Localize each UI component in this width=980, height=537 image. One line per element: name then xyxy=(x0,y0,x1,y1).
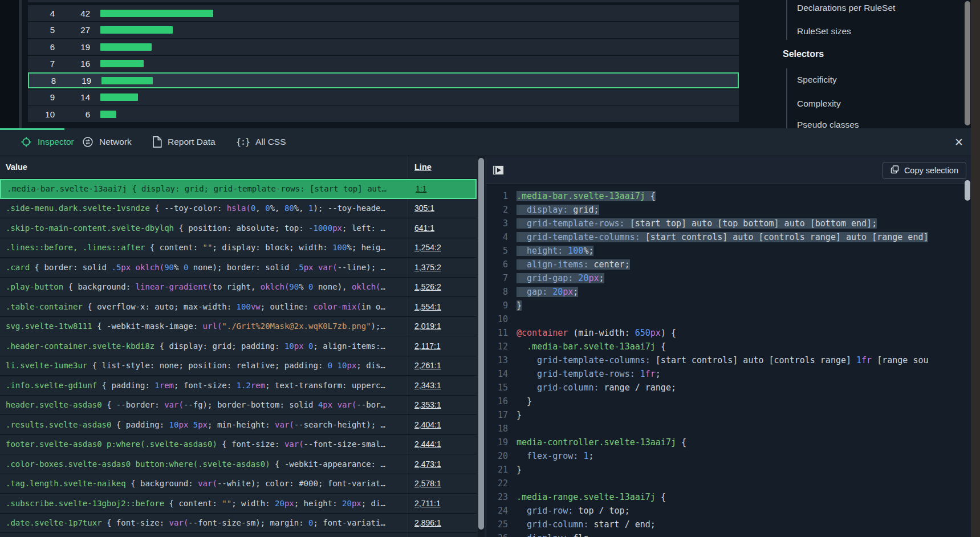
tab-report-data[interactable]: Report Data xyxy=(152,128,215,156)
line-number: 20 xyxy=(486,449,508,463)
line-link[interactable]: 2,353:1 xyxy=(414,400,441,409)
chart-row[interactable]: 7 16 xyxy=(28,56,739,72)
table-scrollbar-thumb[interactable] xyxy=(478,158,484,530)
table-cell-value: .media-bar.svelte-13aai7j { display: gri… xyxy=(7,180,406,198)
table-row[interactable]: footer.svelte-asdas0 p:where(.svelte-asd… xyxy=(0,435,477,455)
table-row[interactable]: .header-container.svelte-kbdi8z { displa… xyxy=(0,336,477,356)
table-row[interactable]: .side-menu.dark.svelte-1vsndze { --toy-c… xyxy=(0,199,477,219)
line-link[interactable]: 1,254:2 xyxy=(414,243,441,252)
line-number: 6 xyxy=(486,258,508,271)
tab-all-css[interactable]: {:} All CSS xyxy=(236,128,286,156)
chart-row[interactable]: 10 6 xyxy=(28,106,739,122)
table-cell-line: 2,261:1 xyxy=(414,356,441,376)
line-link[interactable]: 2,473:1 xyxy=(414,459,441,469)
table-row[interactable]: .card { border: solid .5px oklch(90% 0 n… xyxy=(0,258,477,278)
table-cell-line: 1,554:1 xyxy=(414,297,441,316)
table-cell-value: .tag.length.svelte-naikeq { background: … xyxy=(6,474,405,494)
code-text: } xyxy=(517,408,522,422)
table-row[interactable]: svg.svelte-1tw8111 { -webkit-mask-image:… xyxy=(0,317,477,337)
line-link[interactable]: 1,554:1 xyxy=(414,302,441,311)
tab-network[interactable]: Network xyxy=(82,128,132,156)
table-row[interactable]: .skip-to-main-content.svelte-dbylqh { po… xyxy=(0,218,477,238)
chart-row-count: 19 xyxy=(55,42,90,52)
table-row[interactable]: .media-bar.svelte-13aai7j { display: gri… xyxy=(0,179,477,199)
code-text: media-controller.svelte-13aai7j { xyxy=(517,436,686,449)
table-scrollbar[interactable] xyxy=(478,156,485,537)
chart-scrollbar-thumb[interactable] xyxy=(19,0,22,128)
line-link[interactable]: 2,404:1 xyxy=(414,420,441,429)
code-line: 20 flex-grow: 1; xyxy=(486,449,971,463)
code-text: align-items: center; xyxy=(517,258,630,271)
chart-row[interactable]: 4 42 xyxy=(28,5,739,21)
line-number: 15 xyxy=(486,381,508,394)
table-row[interactable]: .play-button { background: linear-gradie… xyxy=(0,278,477,298)
code-line: 7 grid-gap: 20px; xyxy=(486,271,971,285)
table-row[interactable]: .play-button.svelte-1tw8111 { background… xyxy=(0,533,477,537)
code-text: grid-row: top / top; xyxy=(517,504,630,518)
panel-toggle-icon[interactable] xyxy=(493,165,504,177)
app-window: 4 42 5 27 6 19 7 16 8 19 9 14 10 6 Selec… xyxy=(0,0,980,537)
table-row[interactable]: .table-container { overflow-x: auto; max… xyxy=(0,297,477,317)
chart-bar xyxy=(100,60,144,67)
table-cell-line: 2,578:1 xyxy=(414,474,441,494)
line-link[interactable]: 2,711:1 xyxy=(414,499,441,508)
table-row[interactable]: .results.svelte-asdas0 { padding: 10px 5… xyxy=(0,415,477,435)
code-line: 8 gap: 20px; xyxy=(486,285,971,299)
chart-row[interactable]: 5 27 xyxy=(28,22,739,38)
code-line: 2 display: grid; xyxy=(486,203,971,217)
table-row[interactable]: .subscribe.svelte-13gboj2::before { cont… xyxy=(0,494,477,514)
sidebar-item-complexity[interactable]: Complexity xyxy=(797,99,841,109)
table-row[interactable]: .lines::before, .lines::after { content:… xyxy=(0,238,477,258)
table-cell-line: 2,473:1 xyxy=(414,454,441,474)
sidebar-item-pseudo-classes[interactable]: Pseudo classes xyxy=(797,120,859,128)
code-header: Copy selection xyxy=(486,156,971,184)
line-link[interactable]: 1:1 xyxy=(416,184,426,193)
rules-table: Value Line .media-bar.svelte-13aai7j { d… xyxy=(0,156,477,537)
chart-row[interactable]: 9 14 xyxy=(28,90,739,105)
line-column-header[interactable]: Line xyxy=(414,162,432,172)
transfer-icon xyxy=(82,136,93,148)
sidebar-item-ruleset-sizes[interactable]: RuleSet sizes xyxy=(797,26,851,36)
table-row[interactable]: .color-boxes.svelte-asdas0 button:where(… xyxy=(0,454,477,474)
chart-row[interactable]: 8 19 xyxy=(28,72,739,88)
line-link[interactable]: 2,896:1 xyxy=(414,518,441,527)
table-cell-line: 2,711:1 xyxy=(414,494,441,513)
line-link[interactable]: 2,117:1 xyxy=(414,341,441,351)
sidebar-item-specificity[interactable]: Specificity xyxy=(797,75,837,85)
table-row[interactable]: .info.svelte-gd1unf { padding: 1rem; fon… xyxy=(0,376,477,396)
line-link[interactable]: 2,343:1 xyxy=(414,381,441,390)
chart-bar xyxy=(100,43,152,51)
copy-selection-button[interactable]: Copy selection xyxy=(883,162,966,179)
code-line: 16 } xyxy=(486,394,971,408)
code-text: } xyxy=(517,299,522,312)
code-text: .media-bar.svelte-13aai7j { xyxy=(517,340,666,353)
table-row[interactable]: .tag.length.svelte-naikeq { background: … xyxy=(0,474,477,494)
tab-inspector[interactable]: Inspector xyxy=(21,128,74,156)
line-link[interactable]: 2,261:1 xyxy=(414,361,441,370)
chart-row[interactable]: 6 19 xyxy=(28,39,739,55)
code-body[interactable]: 1 .media-bar.svelte-13aai7j { 2 display:… xyxy=(486,184,971,537)
line-link[interactable]: 2,444:1 xyxy=(414,440,441,449)
window-scrollbar-thumb[interactable] xyxy=(965,1,970,125)
line-link[interactable]: 1,526:2 xyxy=(414,282,441,291)
line-link[interactable]: 2,578:1 xyxy=(414,479,441,488)
code-text: } xyxy=(517,394,532,408)
sidebar-item-declarations-per-ruleset[interactable]: Declarations per RuleSet xyxy=(797,3,895,13)
line-link[interactable]: 305:1 xyxy=(414,204,434,213)
table-row[interactable]: .date.svelte-1p7tuxr { font-size: var(--… xyxy=(0,514,477,534)
code-scrollbar-thumb[interactable] xyxy=(965,180,970,201)
chart-row-partial xyxy=(28,0,739,2)
table-cell-value: .side-menu.dark.svelte-1vsndze { --toy-c… xyxy=(6,199,405,218)
table-cell-line: 1,254:2 xyxy=(414,238,441,258)
code-text: @container (min-width: 650px) { xyxy=(517,326,676,340)
code-line: 17 } xyxy=(486,408,971,422)
line-link[interactable]: 2,019:1 xyxy=(414,322,441,331)
table-row[interactable]: li.svelte-1ume3ur { list-style: none; po… xyxy=(0,356,477,376)
line-number: 9 xyxy=(486,299,508,312)
line-link[interactable]: 1,375:2 xyxy=(414,263,441,272)
close-icon[interactable]: ✕ xyxy=(954,128,963,156)
table-row[interactable]: header.svelte-asdas0 { --border: var(--f… xyxy=(0,396,477,416)
copy-selection-label: Copy selection xyxy=(904,166,958,175)
sidebar-header-selectors: Selectors xyxy=(783,49,824,59)
line-link[interactable]: 641:1 xyxy=(414,223,434,233)
